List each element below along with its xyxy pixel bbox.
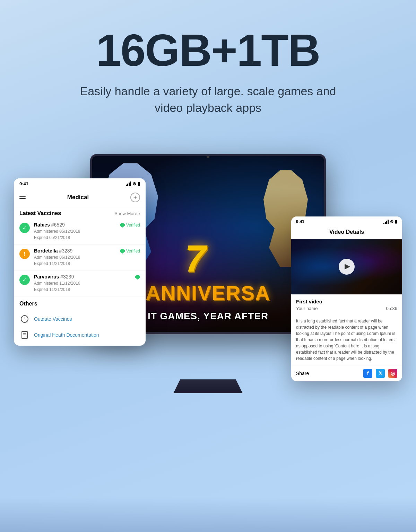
menu-icon[interactable]: [19, 196, 26, 199]
video-thumbnail: [291, 239, 402, 294]
medical-app: 9:41 ⊜ ▮ Medical + Latest: [14, 178, 146, 346]
medical-status-time: 9:41: [19, 181, 28, 186]
show-more-button[interactable]: Show More ›: [114, 211, 140, 216]
share-icons: f 𝕏 ◎: [363, 369, 397, 378]
video-app: 9:41 ⊜ ▮ Video Details: [291, 216, 402, 381]
shield-icon: [135, 275, 140, 280]
subtitle: Easily handle a variety of large. scale …: [66, 83, 350, 116]
device-area: 7 ANNIVERSA IT GAMES, YEAR AFTER 9:41 ⊜ …: [0, 137, 416, 379]
medical-app-title: Medical: [67, 194, 89, 201]
clock-icon: [19, 314, 30, 324]
medical-status-bar: 9:41 ⊜ ▮: [14, 178, 146, 189]
video-status-bar: 9:41 ⊜ ▮: [291, 216, 402, 227]
tablet-camera: [207, 155, 209, 158]
tablet-stand: [173, 379, 243, 393]
vaccine-dates-rabies: Administered 05/12/2018 Expried 05/21/20…: [34, 228, 116, 241]
play-button[interactable]: [339, 259, 355, 275]
video-author: Your name: [296, 306, 318, 311]
vaccine-dates-bordetella: Administered 06/12/2018 Expried 11/21/20…: [34, 254, 116, 267]
video-app-header: Video Details: [291, 227, 402, 239]
video-status-time: 9:41: [296, 219, 304, 224]
header-section: 16GB+1TB Easily handle a variety of larg…: [0, 0, 416, 130]
video-share-bar: Share f 𝕏 ◎: [291, 365, 402, 381]
shield-icon: [120, 249, 125, 254]
video-description: It is a long established fact that a rea…: [291, 318, 402, 365]
other-item-original[interactable]: Original Heath Documentation: [19, 327, 140, 343]
share-label: Share: [296, 371, 309, 376]
outdate-vaccines-label: Outdate Vaccines: [34, 316, 72, 322]
others-section: Others Outdate Vaccines Original Heath D…: [14, 296, 146, 346]
facebook-share-button[interactable]: f: [363, 369, 372, 378]
vaccine-icon-bordetella: !: [19, 249, 30, 259]
vaccines-section-header: Latest Vaccines Show More ›: [14, 206, 146, 219]
signal-bars: [126, 181, 131, 186]
vaccine-name-parvovirus: Parvovirus #3239: [34, 274, 131, 280]
instagram-share-button[interactable]: ◎: [388, 369, 397, 378]
vaccine-item-parvovirus: ✓ Parvovirus #3239 Administered 11/12/20…: [14, 271, 146, 296]
shield-icon: [120, 223, 125, 228]
vaccine-info-bordetella: Bordetella #3289 Administered 06/12/2018…: [34, 248, 116, 267]
video-duration: 05:36: [386, 306, 397, 311]
video-meta: Your name 05:36: [296, 306, 397, 311]
battery-icon: ▮: [138, 181, 140, 186]
shield-only-parvovirus: [135, 275, 140, 280]
vaccine-info-parvovirus: Parvovirus #3239 Administered 11/12/2016…: [34, 274, 131, 293]
vaccine-item-bordetella: ! Bordetella #3289 Administered 06/12/20…: [14, 245, 146, 271]
video-battery-icon: ▮: [395, 219, 397, 224]
video-title: First video: [296, 299, 397, 304]
game-anniversary-text: ANNIVERSA: [146, 281, 270, 304]
verified-badge-bordetella: Verified: [120, 249, 140, 254]
verified-badge-rabies: Verified: [120, 223, 140, 228]
others-title: Others: [19, 301, 140, 307]
vaccine-dates-parvovirus: Administered 11/12/2016 Expried 11/21/20…: [34, 280, 131, 293]
vaccine-icon-parvovirus: ✓: [19, 275, 30, 285]
twitter-share-button[interactable]: 𝕏: [376, 369, 385, 378]
vaccine-icon-rabies: ✓: [19, 223, 30, 233]
original-doc-label: Original Heath Documentation: [34, 332, 99, 338]
vaccine-item-rabies: ✓ Rabies #6529 Administered 05/12/2018 E…: [14, 219, 146, 245]
bottom-reflection: [0, 497, 416, 532]
vaccines-section-title: Latest Vaccines: [19, 210, 61, 216]
medical-status-icons: ⊜ ▮: [126, 181, 140, 186]
vaccine-info-rabies: Rabies #6529 Administered 05/12/2018 Exp…: [34, 222, 116, 241]
video-wifi-icon: ⊜: [390, 219, 393, 224]
medical-app-header: Medical +: [14, 189, 146, 206]
game-subtext: IT GAMES, YEAR AFTER: [148, 311, 268, 322]
play-triangle-icon: [345, 264, 350, 269]
game-number: 7: [185, 236, 206, 280]
video-status-icons: ⊜ ▮: [383, 219, 397, 224]
main-title: 16GB+1TB: [21, 28, 395, 73]
video-signal-bars: [383, 220, 389, 224]
other-item-outdate[interactable]: Outdate Vaccines: [19, 311, 140, 327]
add-button[interactable]: +: [130, 193, 140, 202]
video-app-title: Video Details: [329, 229, 364, 235]
video-info: First video Your name 05:36: [291, 294, 402, 315]
vaccine-name-bordetella: Bordetella #3289: [34, 248, 116, 254]
wifi-icon: ⊜: [132, 181, 136, 186]
doc-icon: [19, 330, 30, 340]
vaccine-name-rabies: Rabies #6529: [34, 222, 116, 228]
